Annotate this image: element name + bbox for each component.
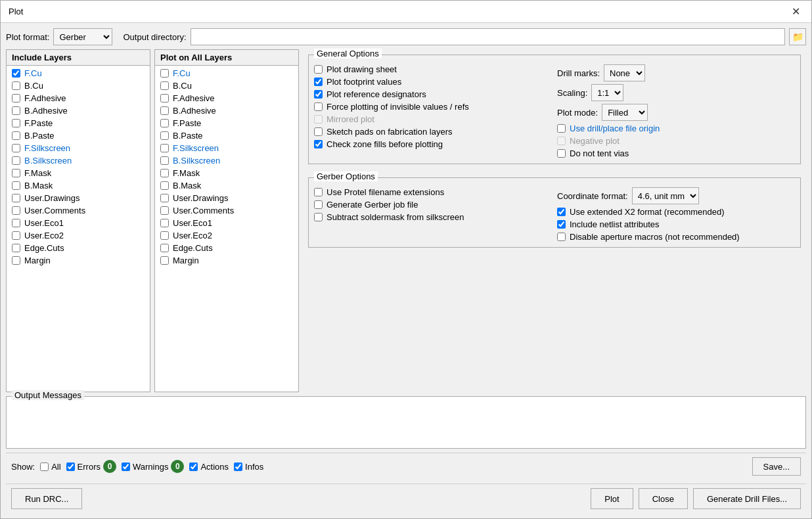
list-item[interactable]: B.Silkscreen (155, 154, 298, 167)
layer-checkbox[interactable] (160, 231, 169, 240)
layer-checkbox[interactable] (12, 144, 20, 152)
layer-checkbox[interactable] (160, 244, 169, 252)
output-dir-input[interactable] (191, 28, 785, 45)
option-checkbox[interactable] (314, 78, 323, 86)
list-item[interactable]: User.Comments (7, 204, 150, 217)
layer-checkbox[interactable] (160, 256, 169, 265)
list-item[interactable]: B.Adhesive (7, 104, 150, 117)
option-checkbox[interactable] (557, 220, 566, 229)
layer-checkbox[interactable] (160, 206, 169, 215)
list-item[interactable]: User.Comments (155, 204, 298, 217)
list-item[interactable]: User.Drawings (155, 192, 298, 204)
option-checkbox[interactable] (314, 188, 323, 196)
option-checkbox[interactable] (557, 208, 566, 216)
layer-checkbox[interactable] (160, 81, 169, 90)
close-icon[interactable]: ✕ (788, 4, 803, 20)
option-checkbox[interactable] (557, 124, 566, 133)
filter-actions-checkbox[interactable] (189, 463, 198, 471)
generate-drill-button[interactable]: Generate Drill Files... (693, 488, 801, 509)
layer-checkbox[interactable] (12, 94, 20, 102)
option-label: Generate Gerber job file (327, 200, 418, 210)
general-right: Drill marks:NoneSmallFullScaling:1:11:22… (557, 64, 795, 158)
layer-checkbox[interactable] (12, 244, 20, 252)
layer-checkbox[interactable] (160, 106, 169, 115)
list-item[interactable]: B.Adhesive (155, 104, 298, 117)
layer-checkbox[interactable] (12, 119, 20, 127)
layer-checkbox[interactable] (12, 106, 20, 115)
list-item[interactable]: F.Paste (7, 117, 150, 129)
filter-all-checkbox[interactable] (40, 463, 49, 471)
list-item[interactable]: Edge.Cuts (7, 242, 150, 254)
list-item[interactable]: F.Adhesive (155, 92, 298, 104)
layer-checkbox[interactable] (12, 169, 20, 177)
layer-checkbox[interactable] (12, 219, 20, 227)
list-item[interactable]: F.Cu (7, 67, 150, 79)
list-item[interactable]: F.Adhesive (7, 92, 150, 104)
list-item[interactable]: B.Mask (7, 179, 150, 192)
layer-checkbox[interactable] (12, 181, 20, 190)
layer-checkbox[interactable] (12, 131, 20, 140)
layer-checkbox[interactable] (160, 194, 169, 202)
layer-checkbox[interactable] (12, 194, 20, 202)
option-checkbox[interactable] (557, 149, 566, 158)
list-item[interactable]: Edge.Cuts (155, 242, 298, 254)
option-select[interactable]: 1:11:22:1 (591, 84, 623, 101)
layer-checkbox[interactable] (160, 156, 169, 165)
list-item[interactable]: F.Silkscreen (7, 142, 150, 154)
list-item[interactable]: F.Silkscreen (155, 142, 298, 154)
layer-checkbox[interactable] (160, 94, 169, 102)
filter-errors-checkbox[interactable] (66, 463, 75, 471)
list-item[interactable]: B.Paste (7, 129, 150, 142)
option-row: Generate Gerber job file (314, 200, 552, 210)
save-button[interactable]: Save... (752, 457, 801, 476)
list-item[interactable]: F.Cu (155, 67, 298, 79)
option-checkbox[interactable] (314, 200, 323, 209)
list-item[interactable]: B.Paste (155, 129, 298, 142)
option-checkbox[interactable] (314, 140, 323, 148)
layer-checkbox[interactable] (12, 81, 20, 90)
filter-infos-checkbox[interactable] (234, 463, 242, 471)
list-item[interactable]: B.Cu (7, 79, 150, 92)
filter-warnings-label: Warnings (133, 462, 168, 472)
option-checkbox[interactable] (314, 102, 323, 111)
list-item[interactable]: User.Drawings (7, 192, 150, 204)
browse-folder-button[interactable]: 📁 (789, 28, 806, 45)
option-checkbox[interactable] (314, 90, 323, 99)
layer-checkbox[interactable] (12, 206, 20, 215)
option-checkbox[interactable] (557, 233, 566, 241)
list-item[interactable]: Margin (7, 254, 150, 267)
option-checkbox[interactable] (314, 65, 323, 74)
plot-format-select[interactable]: Gerber PostScript SVG DXF HPGL PDF (53, 28, 112, 45)
coord-format-select[interactable]: 4.5, unit mm4.6, unit mm (632, 187, 699, 204)
plot-button[interactable]: Plot (591, 488, 633, 509)
layer-checkbox[interactable] (12, 231, 20, 240)
list-item[interactable]: User.Eco2 (155, 229, 298, 242)
close-button[interactable]: Close (639, 488, 688, 509)
list-item[interactable]: B.Silkscreen (7, 154, 150, 167)
list-item[interactable]: F.Mask (7, 167, 150, 179)
list-item[interactable]: User.Eco1 (7, 217, 150, 229)
list-item[interactable]: User.Eco2 (7, 229, 150, 242)
layer-checkbox[interactable] (12, 156, 20, 165)
layer-checkbox[interactable] (12, 69, 20, 78)
layer-checkbox[interactable] (160, 169, 169, 177)
layer-checkbox[interactable] (160, 181, 169, 190)
list-item[interactable]: User.Eco1 (155, 217, 298, 229)
option-checkbox[interactable] (314, 213, 323, 221)
option-checkbox[interactable] (314, 127, 323, 136)
list-item[interactable]: F.Mask (155, 167, 298, 179)
layer-checkbox[interactable] (160, 219, 169, 227)
list-item[interactable]: Margin (155, 254, 298, 267)
run-drc-button[interactable]: Run DRC... (11, 488, 82, 509)
layer-checkbox[interactable] (160, 119, 169, 127)
filter-warnings-checkbox[interactable] (122, 463, 130, 471)
layer-checkbox[interactable] (12, 256, 20, 265)
option-select[interactable]: NoneSmallFull (604, 64, 645, 81)
option-select[interactable]: FilledSketch (602, 104, 648, 121)
list-item[interactable]: B.Cu (155, 79, 298, 92)
layer-checkbox[interactable] (160, 144, 169, 152)
list-item[interactable]: B.Mask (155, 179, 298, 192)
list-item[interactable]: F.Paste (155, 117, 298, 129)
layer-checkbox[interactable] (160, 69, 169, 78)
layer-checkbox[interactable] (160, 131, 169, 140)
